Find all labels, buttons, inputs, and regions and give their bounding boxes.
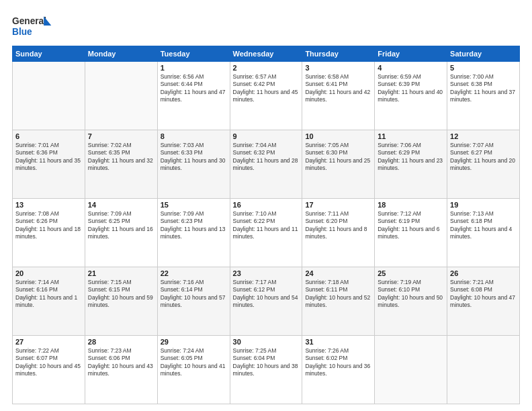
week-row-4: 20Sunrise: 7:14 AM Sunset: 6:16 PM Dayli… [13,267,520,336]
day-cell: 9Sunrise: 7:04 AM Sunset: 6:32 PM Daylig… [230,130,302,199]
day-number: 12 [450,132,517,140]
day-number: 11 [378,132,444,140]
day-cell: 22Sunrise: 7:16 AM Sunset: 6:14 PM Dayli… [157,267,230,336]
day-number: 23 [233,269,300,277]
day-info: Sunrise: 7:09 AM Sunset: 6:25 PM Dayligh… [88,210,154,241]
day-info: Sunrise: 7:05 AM Sunset: 6:30 PM Dayligh… [305,142,371,173]
day-cell: 6Sunrise: 7:01 AM Sunset: 6:36 PM Daylig… [13,130,85,199]
day-number: 27 [15,338,82,346]
day-cell: 25Sunrise: 7:19 AM Sunset: 6:10 PM Dayli… [375,267,447,336]
day-number: 5 [450,64,517,72]
day-cell: 2Sunrise: 6:57 AM Sunset: 6:42 PM Daylig… [230,62,302,130]
col-header-wednesday: Wednesday [230,46,302,62]
day-cell: 15Sunrise: 7:09 AM Sunset: 6:23 PM Dayli… [157,199,230,267]
day-cell: 10Sunrise: 7:05 AM Sunset: 6:30 PM Dayli… [302,130,375,199]
col-header-tuesday: Tuesday [157,46,230,62]
day-number: 14 [88,201,154,209]
col-header-saturday: Saturday [447,46,520,62]
day-info: Sunrise: 7:13 AM Sunset: 6:18 PM Dayligh… [450,210,517,241]
day-number: 22 [161,269,227,277]
calendar-page: GeneralBlue SundayMondayTuesdayWednesday… [0,0,532,411]
day-info: Sunrise: 6:58 AM Sunset: 6:41 PM Dayligh… [305,73,371,104]
day-number: 30 [233,338,300,346]
header-row: SundayMondayTuesdayWednesdayThursdayFrid… [13,46,520,62]
day-cell [447,336,520,404]
day-cell: 30Sunrise: 7:25 AM Sunset: 6:04 PM Dayli… [230,336,302,404]
logo: GeneralBlue [12,12,52,39]
day-info: Sunrise: 7:04 AM Sunset: 6:32 PM Dayligh… [233,142,300,173]
day-cell: 18Sunrise: 7:12 AM Sunset: 6:19 PM Dayli… [375,199,447,267]
day-cell: 1Sunrise: 6:56 AM Sunset: 6:44 PM Daylig… [157,62,230,130]
day-info: Sunrise: 7:01 AM Sunset: 6:36 PM Dayligh… [15,142,82,173]
day-info: Sunrise: 7:26 AM Sunset: 6:02 PM Dayligh… [305,347,371,378]
day-cell: 12Sunrise: 7:07 AM Sunset: 6:27 PM Dayli… [447,130,520,199]
day-cell: 16Sunrise: 7:10 AM Sunset: 6:22 PM Dayli… [230,199,302,267]
day-info: Sunrise: 7:11 AM Sunset: 6:20 PM Dayligh… [305,210,371,241]
day-info: Sunrise: 7:23 AM Sunset: 6:06 PM Dayligh… [88,347,154,378]
day-number: 16 [233,201,300,209]
logo-svg: GeneralBlue [12,12,52,39]
day-number: 28 [88,338,154,346]
day-info: Sunrise: 6:57 AM Sunset: 6:42 PM Dayligh… [233,73,300,104]
day-cell: 24Sunrise: 7:18 AM Sunset: 6:11 PM Dayli… [302,267,375,336]
day-info: Sunrise: 6:59 AM Sunset: 6:39 PM Dayligh… [378,73,444,104]
day-number: 1 [161,64,227,72]
day-number: 20 [15,269,82,277]
week-row-2: 6Sunrise: 7:01 AM Sunset: 6:36 PM Daylig… [13,130,520,199]
week-row-3: 13Sunrise: 7:08 AM Sunset: 6:26 PM Dayli… [13,199,520,267]
day-number: 18 [378,201,444,209]
header: GeneralBlue [12,12,520,39]
day-cell [13,62,85,130]
day-info: Sunrise: 7:10 AM Sunset: 6:22 PM Dayligh… [233,210,300,241]
col-header-sunday: Sunday [13,46,85,62]
day-info: Sunrise: 7:19 AM Sunset: 6:10 PM Dayligh… [378,279,444,310]
day-info: Sunrise: 7:17 AM Sunset: 6:12 PM Dayligh… [233,279,300,310]
day-cell: 17Sunrise: 7:11 AM Sunset: 6:20 PM Dayli… [302,199,375,267]
day-cell: 7Sunrise: 7:02 AM Sunset: 6:35 PM Daylig… [85,130,157,199]
day-number: 8 [161,132,227,140]
day-number: 15 [161,201,227,209]
day-info: Sunrise: 7:08 AM Sunset: 6:26 PM Dayligh… [15,210,82,241]
day-number: 4 [378,64,444,72]
day-cell: 26Sunrise: 7:21 AM Sunset: 6:08 PM Dayli… [447,267,520,336]
day-cell: 11Sunrise: 7:06 AM Sunset: 6:29 PM Dayli… [375,130,447,199]
svg-text:Blue: Blue [12,27,32,37]
week-row-5: 27Sunrise: 7:22 AM Sunset: 6:07 PM Dayli… [13,336,520,404]
day-number: 17 [305,201,371,209]
day-info: Sunrise: 7:22 AM Sunset: 6:07 PM Dayligh… [15,347,82,378]
day-number: 9 [233,132,300,140]
day-info: Sunrise: 7:15 AM Sunset: 6:15 PM Dayligh… [88,279,154,310]
svg-text:General: General [12,16,46,26]
day-info: Sunrise: 7:03 AM Sunset: 6:33 PM Dayligh… [161,142,227,173]
day-cell: 3Sunrise: 6:58 AM Sunset: 6:41 PM Daylig… [302,62,375,130]
day-number: 25 [378,269,444,277]
day-cell [375,336,447,404]
week-row-1: 1Sunrise: 6:56 AM Sunset: 6:44 PM Daylig… [13,62,520,130]
day-info: Sunrise: 7:06 AM Sunset: 6:29 PM Dayligh… [378,142,444,173]
col-header-monday: Monday [85,46,157,62]
day-cell: 31Sunrise: 7:26 AM Sunset: 6:02 PM Dayli… [302,336,375,404]
day-info: Sunrise: 6:56 AM Sunset: 6:44 PM Dayligh… [161,73,227,104]
day-cell: 19Sunrise: 7:13 AM Sunset: 6:18 PM Dayli… [447,199,520,267]
day-number: 10 [305,132,371,140]
day-info: Sunrise: 7:07 AM Sunset: 6:27 PM Dayligh… [450,142,517,173]
day-number: 24 [305,269,371,277]
day-cell: 20Sunrise: 7:14 AM Sunset: 6:16 PM Dayli… [13,267,85,336]
day-info: Sunrise: 7:16 AM Sunset: 6:14 PM Dayligh… [161,279,227,310]
day-cell: 21Sunrise: 7:15 AM Sunset: 6:15 PM Dayli… [85,267,157,336]
day-number: 2 [233,64,300,72]
col-header-friday: Friday [375,46,447,62]
day-info: Sunrise: 7:18 AM Sunset: 6:11 PM Dayligh… [305,279,371,310]
day-cell: 13Sunrise: 7:08 AM Sunset: 6:26 PM Dayli… [13,199,85,267]
day-cell: 29Sunrise: 7:24 AM Sunset: 6:05 PM Dayli… [157,336,230,404]
day-number: 21 [88,269,154,277]
day-number: 29 [161,338,227,346]
calendar-table: SundayMondayTuesdayWednesdayThursdayFrid… [12,46,520,404]
day-number: 26 [450,269,517,277]
day-number: 3 [305,64,371,72]
day-info: Sunrise: 7:02 AM Sunset: 6:35 PM Dayligh… [88,142,154,173]
day-cell: 27Sunrise: 7:22 AM Sunset: 6:07 PM Dayli… [13,336,85,404]
day-cell: 4Sunrise: 6:59 AM Sunset: 6:39 PM Daylig… [375,62,447,130]
day-info: Sunrise: 7:24 AM Sunset: 6:05 PM Dayligh… [161,347,227,378]
day-cell: 28Sunrise: 7:23 AM Sunset: 6:06 PM Dayli… [85,336,157,404]
